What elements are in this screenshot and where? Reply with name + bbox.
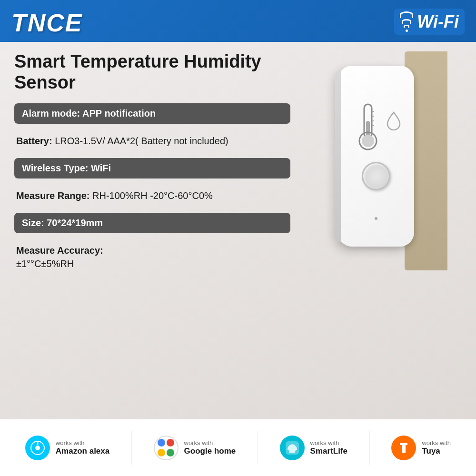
product-title: Smart Temperature Humidity Sensor <box>14 51 290 93</box>
humidity-icon <box>387 111 401 130</box>
spec-wireless: Wireless Type: WiFi <box>14 158 290 178</box>
device-body <box>338 66 414 247</box>
divider-3 <box>369 431 370 465</box>
footer: works with Amazon alexa works with Googl… <box>0 419 476 476</box>
tuya-icon <box>391 436 416 460</box>
wifi-badge: Wi-Fi <box>394 9 465 35</box>
tuya-name: Tuya <box>422 446 451 456</box>
device-button <box>362 162 390 190</box>
spec-battery: Battery: LRO3-1.5V/ AAA*2( Battery not i… <box>14 130 290 151</box>
spec-battery-label: Battery: <box>16 136 52 146</box>
smartlife-icon <box>280 436 305 460</box>
google-works-label: works with <box>184 439 236 446</box>
spec-range: Measure Range: RH-100%RH -20°C-60°C0% <box>14 185 290 206</box>
partner-google: works with Google home <box>144 431 246 465</box>
google-text: works with Google home <box>184 439 236 456</box>
main-content: Smart Temperature Humidity Sensor Alarm … <box>0 42 476 419</box>
tuya-works-label: works with <box>422 439 451 446</box>
brand-logo: TNCE <box>11 9 83 37</box>
svg-point-9 <box>35 446 40 450</box>
google-circles <box>157 438 176 457</box>
alexa-name: Amazon alexa <box>56 446 109 456</box>
spec-accuracy-value: ±1°°C±5%RH <box>16 258 74 269</box>
google-name: Google home <box>184 446 236 456</box>
spec-battery-value: LRO3-1.5V/ AAA*2( Battery not included) <box>52 136 228 146</box>
google-circle-red <box>167 439 174 446</box>
partner-smartlife: works with SmartLife <box>270 431 357 465</box>
smartlife-text: works with SmartLife <box>310 439 347 456</box>
spec-range-label: Measure Range: <box>16 190 90 201</box>
svg-point-3 <box>362 135 374 147</box>
wifi-arc-large <box>400 11 413 18</box>
tuya-text: works with Tuya <box>422 439 451 456</box>
spec-accuracy-label: Measure Accuracy: <box>16 245 103 256</box>
partner-tuya: works with Tuya <box>382 431 460 465</box>
svg-rect-1 <box>366 121 370 137</box>
alexa-works-label: works with <box>56 439 109 446</box>
wifi-arc-medium <box>402 19 411 24</box>
wifi-label: Wi-Fi <box>417 12 459 32</box>
device-image <box>328 56 433 256</box>
svg-rect-10 <box>37 442 38 445</box>
header: TNCE Wi-Fi <box>0 0 476 42</box>
partner-alexa: works with Amazon alexa <box>16 431 119 465</box>
right-panel <box>300 51 462 409</box>
alexa-text: works with Amazon alexa <box>56 439 109 456</box>
spec-size: Size: 70*24*19mm <box>14 213 290 233</box>
left-panel: Smart Temperature Humidity Sensor Alarm … <box>14 51 290 409</box>
spec-accuracy: Measure Accuracy: ±1°°C±5%RH <box>14 240 290 274</box>
wifi-arc-small <box>404 25 409 28</box>
smartlife-name: SmartLife <box>310 446 347 456</box>
device-led <box>375 217 377 220</box>
thermometer-icon <box>351 102 385 154</box>
google-circle-green <box>167 449 174 456</box>
alexa-icon <box>25 436 50 460</box>
device-side <box>335 70 341 242</box>
divider-2 <box>258 431 258 465</box>
wifi-icon <box>400 11 413 32</box>
divider-1 <box>131 431 132 465</box>
smartlife-works-label: works with <box>310 439 347 446</box>
google-icon <box>154 436 178 460</box>
spec-alarm: Alarm mode: APP notification <box>14 103 290 124</box>
wifi-dot <box>406 30 408 32</box>
product-page: TNCE Wi-Fi Smart Temperature Humidity Se… <box>0 0 476 476</box>
google-circle-blue <box>158 439 165 446</box>
spec-range-value: RH-100%RH -20°C-60°C0% <box>90 190 213 201</box>
google-circle-yellow <box>158 449 165 456</box>
